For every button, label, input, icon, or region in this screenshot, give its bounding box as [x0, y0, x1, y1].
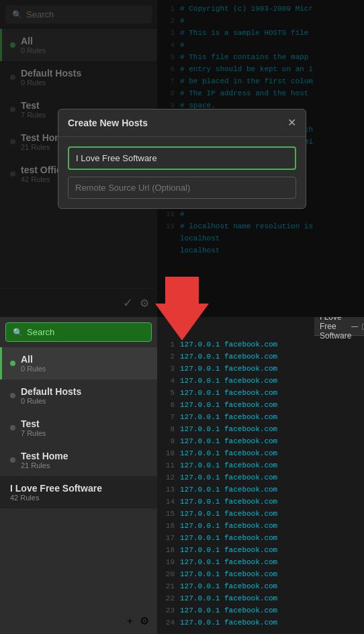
line-number: 15 [161, 508, 175, 520]
line-content: 127.0.0.1 facebook.com [180, 520, 277, 532]
dot-test-bottom [10, 425, 15, 431]
window-title: I Love Free Software [320, 317, 351, 341]
line-content: 127.0.0.1 facebook.com [180, 375, 277, 387]
item-name-testhome-bottom: Test Home [21, 451, 149, 461]
sidebar-item-default-bottom[interactable]: Default Hosts 0 Rules [0, 379, 157, 412]
line-number: 24 [161, 617, 175, 629]
line-content: 127.0.0.1 facebook.com [180, 387, 277, 399]
window-controls: ─ □ ✕ [351, 322, 364, 331]
sidebar-item-test-bottom[interactable]: Test 7 Rules [0, 412, 157, 444]
item-name-ilove-bottom: I Love Free Software [10, 483, 149, 494]
code-line: 3127.0.0.1 facebook.com [161, 363, 360, 375]
bottom-section: 🔍 Search All 0 Rules Default Hosts 0 Rul… [0, 317, 364, 634]
bottom-sidebar-bottom: + ⚙ [0, 608, 157, 634]
line-number: 16 [161, 520, 175, 532]
dialog-overlay: Create New Hosts ✕ [0, 0, 364, 317]
line-content: 127.0.0.1 facebook.com [180, 447, 277, 459]
code-line: 8127.0.0.1 facebook.com [161, 423, 360, 435]
line-number: 8 [161, 423, 175, 435]
line-content: 127.0.0.1 facebook.com [180, 351, 277, 363]
code-line: 24127.0.0.1 facebook.com [161, 617, 360, 629]
create-hosts-dialog: Create New Hosts ✕ [58, 109, 306, 209]
item-rules-test-bottom: 7 Rules [21, 429, 149, 437]
line-content: 127.0.0.1 facebook.com [180, 544, 277, 556]
item-rules-default-bottom: 0 Rules [21, 397, 149, 405]
item-name-default-bottom: Default Hosts [21, 386, 149, 397]
bottom-search-bar[interactable]: 🔍 Search [5, 322, 152, 342]
settings-icon-bottom[interactable]: ⚙ [140, 615, 149, 627]
line-content: 127.0.0.1 facebook.com [180, 459, 277, 471]
bottom-main-content: I Love Free Software ─ □ ✕ 1127.0.0.1 fa… [157, 317, 364, 634]
line-content: 127.0.0.1 facebook.com [180, 568, 277, 580]
line-content: 127.0.0.1 facebook.com [180, 604, 277, 617]
line-content: 127.0.0.1 facebook.com [180, 471, 277, 484]
arrow-shaft [165, 277, 199, 304]
line-content: 127.0.0.1 facebook.com [180, 484, 277, 496]
code-line: 11127.0.0.1 facebook.com [161, 459, 360, 471]
line-number: 12 [161, 471, 175, 484]
line-number: 11 [161, 459, 175, 471]
top-section: 🔍 Search All 0 Rules Default Hosts 0 Rul… [0, 0, 364, 317]
hosts-url-input[interactable] [68, 177, 296, 199]
sidebar-item-ilove-bottom[interactable]: I Love Free Software 42 Rules [0, 476, 157, 508]
line-number: 17 [161, 532, 175, 544]
item-rules-all-bottom: 0 Rules [21, 365, 149, 373]
dot-default-bottom [10, 393, 15, 398]
line-number: 14 [161, 496, 175, 508]
add-icon-bottom[interactable]: + [127, 615, 133, 627]
line-number: 6 [161, 399, 175, 411]
line-number: 7 [161, 411, 175, 423]
item-name-all-bottom: All [21, 354, 149, 365]
code-line: 10127.0.0.1 facebook.com [161, 447, 360, 459]
code-line: 15127.0.0.1 facebook.com [161, 508, 360, 520]
line-content: 127.0.0.1 facebook.com [180, 399, 277, 411]
line-number: 23 [161, 604, 175, 617]
line-content: 127.0.0.1 facebook.com [180, 411, 277, 423]
code-line: 5127.0.0.1 facebook.com [161, 387, 360, 399]
item-rules-testhome-bottom: 21 Rules [21, 461, 149, 469]
arrow-head [155, 304, 209, 341]
bottom-sidebar: 🔍 Search All 0 Rules Default Hosts 0 Rul… [0, 317, 157, 634]
item-name-test-bottom: Test [21, 418, 149, 429]
line-number: 19 [161, 556, 175, 568]
line-number: 22 [161, 592, 175, 604]
code-line: 16127.0.0.1 facebook.com [161, 520, 360, 532]
code-line: 6127.0.0.1 facebook.com [161, 399, 360, 411]
dialog-body [58, 137, 306, 208]
line-content: 127.0.0.1 facebook.com [180, 435, 277, 447]
sidebar-item-all-bottom[interactable]: All 0 Rules [0, 347, 157, 379]
code-line: 17127.0.0.1 facebook.com [161, 532, 360, 544]
code-line: 4127.0.0.1 facebook.com [161, 375, 360, 387]
line-number: 2 [161, 351, 175, 363]
dot-all-bottom [10, 361, 15, 366]
line-number: 13 [161, 484, 175, 496]
code-line: 7127.0.0.1 facebook.com [161, 411, 360, 423]
code-line: 23127.0.0.1 facebook.com [161, 604, 360, 617]
code-line: 14127.0.0.1 facebook.com [161, 496, 360, 508]
dialog-title: Create New Hosts [68, 118, 148, 128]
dialog-close-button[interactable]: ✕ [287, 118, 296, 128]
code-line: 13127.0.0.1 facebook.com [161, 484, 360, 496]
hosts-name-input[interactable] [68, 146, 296, 170]
minimize-button[interactable]: ─ [351, 322, 358, 331]
code-line: 19127.0.0.1 facebook.com [161, 556, 360, 568]
line-content: 127.0.0.1 facebook.com [180, 592, 277, 604]
line-content: 127.0.0.1 facebook.com [180, 580, 277, 592]
sidebar-item-testhome-bottom[interactable]: Test Home 21 Rules [0, 444, 157, 476]
line-number: 9 [161, 435, 175, 447]
bottom-code-view: 1127.0.0.1 facebook.com2127.0.0.1 facebo… [157, 336, 364, 631]
window-titlebar: I Love Free Software ─ □ ✕ [314, 317, 364, 336]
code-line: 9127.0.0.1 facebook.com [161, 435, 360, 447]
line-content: 127.0.0.1 facebook.com [180, 363, 277, 375]
bottom-sidebar-items: All 0 Rules Default Hosts 0 Rules Test 7… [0, 347, 157, 608]
line-number: 21 [161, 580, 175, 592]
dot-testhome-bottom [10, 457, 15, 463]
code-line: 20127.0.0.1 facebook.com [161, 568, 360, 580]
code-line: 21127.0.0.1 facebook.com [161, 580, 360, 592]
bottom-search-icon: 🔍 [13, 328, 23, 337]
line-content: 127.0.0.1 facebook.com [180, 556, 277, 568]
code-line: 2127.0.0.1 facebook.com [161, 351, 360, 363]
line-number: 3 [161, 363, 175, 375]
dialog-header: Create New Hosts ✕ [58, 109, 306, 137]
down-arrow [155, 277, 209, 341]
